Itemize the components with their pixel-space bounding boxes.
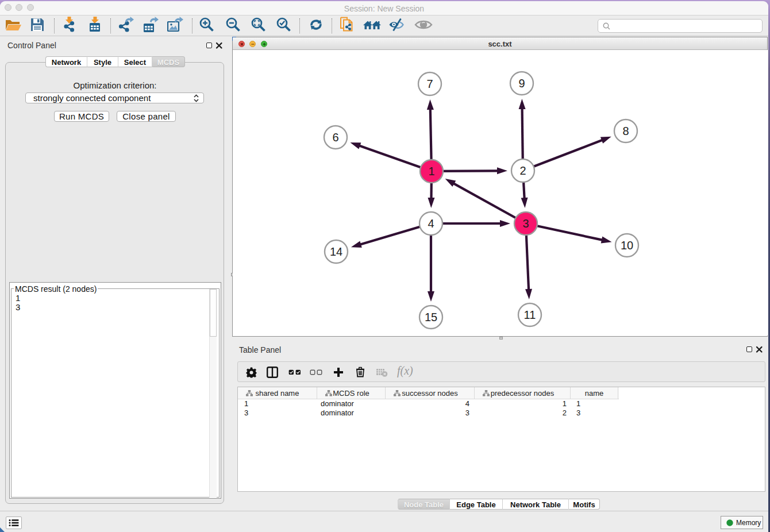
svg-text:14: 14 [330, 245, 342, 258]
svg-text:9: 9 [518, 77, 525, 90]
svg-text:3: 3 [522, 217, 529, 230]
svg-text:11: 11 [524, 309, 536, 321]
svg-text:1: 1 [428, 165, 434, 178]
svg-text:2: 2 [519, 164, 526, 177]
svg-text:15: 15 [425, 311, 437, 323]
svg-text:10: 10 [621, 239, 633, 252]
svg-text:7: 7 [426, 78, 433, 90]
svg-text:6: 6 [332, 131, 338, 144]
svg-text:4: 4 [428, 217, 434, 230]
svg-text:8: 8 [622, 125, 629, 137]
